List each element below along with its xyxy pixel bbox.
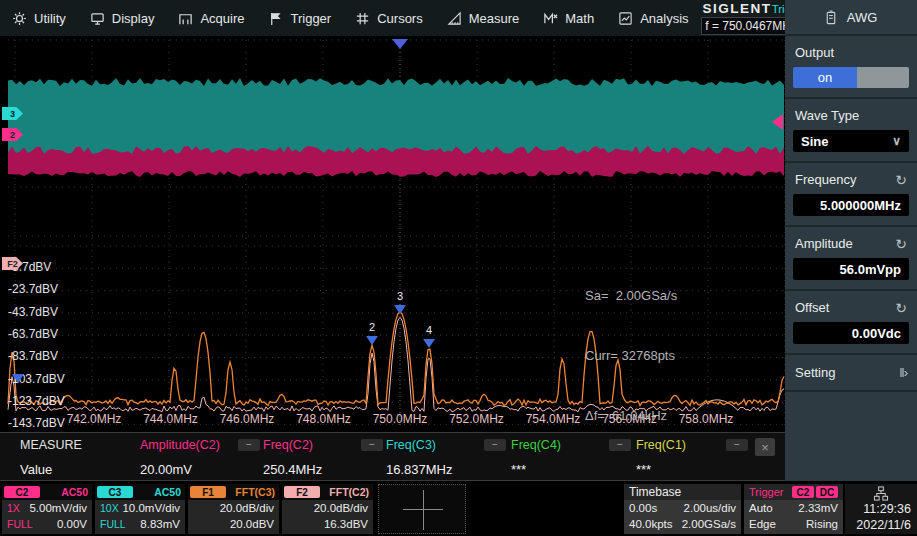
- wave-type-select[interactable]: Sine ∨: [793, 130, 909, 152]
- freq-axis-label: 758.0MHz: [679, 412, 734, 426]
- f1-badge: F1: [190, 486, 226, 498]
- oscilloscope-screen: Utility Display Acquire Trigger Cursors …: [0, 0, 917, 536]
- c2-coupling: AC50: [61, 486, 88, 498]
- measure-row-label: Value: [20, 457, 135, 481]
- points-readout: Curr= 32768pts: [585, 346, 677, 366]
- timebase-points: 40.0kpts: [629, 518, 672, 530]
- network-icon: [873, 486, 889, 501]
- amplitude-field[interactable]: 56.0mVpp: [793, 258, 909, 280]
- c3-scale: 10.0mV/div: [122, 502, 180, 514]
- trigger-type: Edge: [749, 518, 776, 530]
- f2-ref: 16.3dBV: [324, 518, 368, 530]
- trigger-source-badge: C2: [792, 486, 814, 498]
- flag-icon: [268, 11, 283, 26]
- c2-atten: 1X: [7, 502, 20, 514]
- trigger-level: 2.33mV: [798, 502, 838, 514]
- measure-value: 20.00mV: [140, 457, 260, 481]
- menu-display[interactable]: Display: [78, 0, 167, 36]
- freq-axis-label: 752.0MHz: [449, 412, 504, 426]
- measure-title-col: MEASURE Value: [20, 433, 135, 480]
- measure-collapse-button[interactable]: −: [361, 439, 383, 451]
- refresh-icon[interactable]: ↻: [895, 239, 907, 249]
- dbv-axis-label: -43.7dBV: [8, 305, 58, 319]
- awg-panel: AWG Output on Wave Type Sine ∨ Frequency…: [785, 0, 917, 482]
- clock-box: 11:29:36 2022/11/6: [845, 484, 917, 534]
- menu-display-label: Display: [112, 11, 155, 26]
- frequency-label: Frequency: [795, 172, 856, 187]
- output-toggle-off[interactable]: [857, 67, 909, 88]
- peak-marker-triangle: [366, 336, 378, 345]
- measure-collapse-button[interactable]: −: [609, 439, 631, 451]
- output-toggle-on[interactable]: on: [793, 67, 857, 88]
- channel-c3-box[interactable]: C3 AC50 10X10.0mV/div FULL8.83mV: [95, 484, 185, 534]
- acquire-icon: [178, 11, 193, 26]
- menu-utility[interactable]: Utility: [0, 0, 78, 36]
- measure-value: 250.4MHz: [263, 457, 383, 481]
- siglent-logo: SIGLENT: [703, 1, 772, 16]
- cursors-icon: [355, 11, 370, 26]
- math-f2-box[interactable]: F2 FFT(C2) 20.0dB/div 16.3dBV: [282, 484, 373, 534]
- menu-analysis[interactable]: Analysis: [606, 0, 700, 36]
- awg-panel-header: AWG: [785, 0, 917, 36]
- peak-marker-triangle: [394, 305, 406, 314]
- refresh-icon[interactable]: ↻: [895, 175, 907, 185]
- measure-name: Freq(C1): [636, 438, 686, 452]
- sample-rate-readout: Sa= 2.00GSa/s: [585, 286, 677, 306]
- output-toggle[interactable]: on: [793, 67, 909, 88]
- menu-trigger-label: Trigger: [290, 11, 331, 26]
- trigger-coupling-badge: DC: [816, 486, 838, 498]
- measure-collapse-button[interactable]: −: [238, 439, 260, 451]
- freq-axis-label: 744.0MHz: [143, 412, 198, 426]
- trigger-level-marker[interactable]: [772, 114, 783, 130]
- timebase-title: Timebase: [629, 485, 681, 499]
- menu-math-label: Math: [565, 11, 594, 26]
- setting-button[interactable]: Setting ‖›: [785, 355, 917, 392]
- setting-label: Setting: [795, 365, 835, 380]
- trigger-position-marker[interactable]: [392, 39, 408, 49]
- c2-badge: C2: [4, 486, 40, 498]
- refresh-icon[interactable]: ↻: [895, 303, 907, 313]
- timebase-delay: 0.00s: [629, 502, 657, 514]
- math-f1-box[interactable]: F1 FFT(C3) 20.0dB/div 20.0dBV: [188, 484, 279, 534]
- freq-axis-label: 746.0MHz: [220, 412, 275, 426]
- add-channel-box[interactable]: [378, 484, 466, 534]
- menu-math[interactable]: Math: [531, 0, 606, 36]
- f2-source: FFT(C2): [329, 486, 369, 498]
- math-icon: [543, 11, 558, 26]
- measure-name: Amplitude(C2): [140, 438, 220, 452]
- menu-utility-label: Utility: [34, 11, 66, 26]
- output-section: Output on: [785, 36, 917, 99]
- c2-scale: 5.00mV/div: [29, 502, 87, 514]
- measure-collapse-button[interactable]: −: [484, 439, 506, 451]
- measure-value: ***: [511, 457, 631, 481]
- measure-name: Freq(C2): [263, 438, 313, 452]
- offset-field[interactable]: 0.00Vdc: [793, 322, 909, 344]
- measure-collapse-button[interactable]: −: [726, 439, 748, 451]
- menu-cursors[interactable]: Cursors: [343, 0, 435, 36]
- dbv-axis-label: -23.7dBV: [8, 282, 58, 296]
- trigger-box[interactable]: Trigger C2 DC Auto2.33mV EdgeRising: [744, 484, 843, 534]
- dbv-axis-label: -83.7dBV: [8, 349, 58, 363]
- measure-value: ***: [636, 457, 748, 481]
- measure-bar: MEASURE Value Amplitude(C2) − 20.00mV Fr…: [0, 432, 785, 481]
- channel-c2-box[interactable]: C2 AC50 1X5.00mV/div FULL0.00V: [2, 484, 92, 534]
- menu-measure[interactable]: Measure: [435, 0, 532, 36]
- battery-icon: [825, 10, 837, 25]
- menu-bar: Utility Display Acquire Trigger Cursors …: [0, 0, 785, 36]
- peak-marker-triangle: [423, 339, 435, 348]
- f2-scale: 20.0dB/div: [314, 502, 368, 514]
- measure-name: Freq(C3): [386, 438, 436, 452]
- output-label: Output: [795, 45, 834, 60]
- freq-axis-label: 742.0MHz: [67, 412, 122, 426]
- delta-f-readout: Δf= 61.04kHz: [585, 406, 677, 426]
- f2-badge: F2: [284, 486, 320, 498]
- measure-close-button[interactable]: ×: [755, 438, 775, 456]
- timebase-box[interactable]: Timebase 0.00s2.00us/div 40.0kpts2.00GSa…: [624, 484, 741, 534]
- trigger-mode: Auto: [749, 502, 773, 514]
- menu-acquire[interactable]: Acquire: [166, 0, 256, 36]
- monitor-icon: [90, 11, 105, 26]
- frequency-field[interactable]: 5.000000MHz: [793, 194, 909, 216]
- menu-trigger[interactable]: Trigger: [256, 0, 343, 36]
- c3-offset: 8.83mV: [140, 518, 180, 530]
- offset-section: Offset ↻ 0.00Vdc: [785, 291, 917, 355]
